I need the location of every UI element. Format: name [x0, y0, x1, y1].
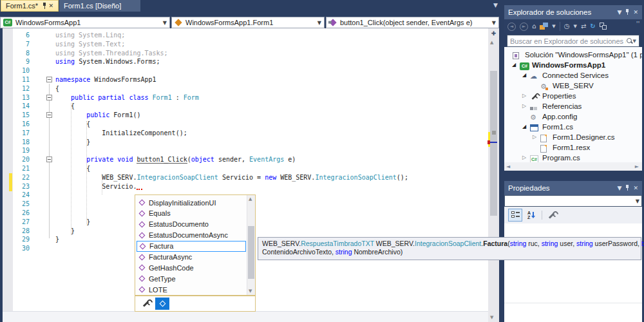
- back-icon[interactable]: ◄: [507, 23, 516, 31]
- tab-list-chevron-icon[interactable]: ▼: [493, 2, 498, 8]
- fold-collapse-icon[interactable]: [46, 77, 52, 82]
- scrollbar-thumb[interactable]: [248, 226, 254, 279]
- chevron-down-icon[interactable]: ▼: [552, 22, 555, 31]
- tree-item[interactable]: ▷Form1.Designer.cs: [504, 132, 642, 142]
- panel-splitter[interactable]: [499, 0, 504, 322]
- scroll-down-icon[interactable]: ▼: [490, 315, 493, 320]
- close-icon[interactable]: ✕: [48, 3, 53, 9]
- expander-closed-icon[interactable]: ▷: [522, 91, 526, 101]
- scroll-left-icon[interactable]: ◄: [506, 164, 510, 169]
- token: [55, 94, 71, 101]
- collapse-all-icon[interactable]: [600, 23, 607, 30]
- code-line[interactable]: Servicio.: [55, 182, 142, 191]
- scroll-down-icon[interactable]: ▼: [249, 289, 252, 294]
- sync-icon[interactable]: ⇄: [581, 22, 586, 31]
- completion-item[interactable]: EstatusDocumentoAsync: [137, 230, 246, 241]
- code-line[interactable]: }: [55, 227, 75, 236]
- expander-open-icon[interactable]: ◢: [522, 70, 526, 80]
- project-dropdown[interactable]: C# WindowsFormsApp1 ▼: [0, 17, 170, 28]
- properties-object-dropdown[interactable]: ▼: [504, 195, 642, 207]
- close-icon[interactable]: ✕: [633, 9, 638, 15]
- scrollbar-thumb[interactable]: [490, 71, 497, 216]
- tree-item[interactable]: Form1.resx: [504, 142, 642, 153]
- member-dropdown[interactable]: button1_Click(object sender, EventArgs e…: [326, 17, 499, 28]
- code-line[interactable]: public Form1(): [55, 111, 140, 120]
- scroll-right-icon[interactable]: ►: [635, 164, 639, 169]
- code-line[interactable]: }: [55, 138, 90, 147]
- code-line[interactable]: {: [55, 120, 90, 129]
- refresh-icon[interactable]: ↻: [590, 22, 595, 31]
- code-line[interactable]: {: [55, 164, 90, 173]
- pin-icon[interactable]: [42, 3, 44, 9]
- close-icon[interactable]: ✕: [633, 185, 638, 191]
- split-window-handle[interactable]: ✚: [489, 30, 498, 37]
- chevron-down-icon[interactable]: ▼: [633, 39, 636, 44]
- expander-closed-icon[interactable]: ▷: [522, 153, 526, 163]
- expander-closed-icon[interactable]: ▷: [522, 101, 526, 111]
- code-line[interactable]: using System.Linq;: [55, 31, 125, 40]
- completion-item[interactable]: EstatusDocumento: [137, 219, 246, 230]
- tab-form1-cs[interactable]: Form1.cs* ✕: [1, 0, 59, 12]
- code-line[interactable]: namespace WindowsFormsApp1: [55, 75, 156, 84]
- categorized-icon[interactable]: [508, 209, 522, 222]
- wrench-icon[interactable]: [142, 299, 150, 308]
- methods-filter-icon[interactable]: [155, 298, 169, 310]
- alphabetical-icon[interactable]: [527, 211, 536, 220]
- tree-item[interactable]: ◢C#WindowsFormsApp1: [504, 60, 642, 70]
- tab-form1-cs-diseno[interactable]: Form1.cs [Diseño]: [59, 0, 140, 12]
- fold-collapse-icon[interactable]: [46, 95, 52, 100]
- fold-collapse-icon[interactable]: [46, 112, 52, 118]
- code-line[interactable]: using System.Text;: [55, 40, 125, 49]
- expander-open-icon[interactable]: ◢: [522, 122, 526, 132]
- completion-item[interactable]: GetHashCode: [137, 262, 246, 273]
- tree-item[interactable]: Solución "WindowsFormsApp1" (1 proy: [504, 50, 642, 60]
- pin-icon[interactable]: [625, 9, 630, 15]
- tree-item[interactable]: ▷Properties: [504, 91, 642, 101]
- tree-item[interactable]: ▷Referencias: [504, 101, 642, 111]
- code-line[interactable]: {: [55, 84, 59, 93]
- completion-item[interactable]: FacturaAsync: [137, 252, 246, 263]
- expander-open-icon[interactable]: ◢: [512, 60, 516, 70]
- forward-icon[interactable]: ►: [520, 23, 528, 31]
- solution-explorer-titlebar[interactable]: Explorador de soluciones ▼ ✕: [504, 5, 642, 19]
- code-line[interactable]: using System.Windows.Forms;: [55, 57, 160, 66]
- editor-hscrollbar[interactable]: [3, 311, 488, 322]
- completion-item[interactable]: Factura: [137, 241, 246, 252]
- chevron-down-icon[interactable]: ▼: [618, 185, 622, 191]
- code-line[interactable]: }: [55, 235, 59, 244]
- code-line[interactable]: {: [55, 102, 75, 111]
- fold-collapse-icon[interactable]: [46, 156, 52, 162]
- completion-item[interactable]: Equals: [137, 208, 246, 219]
- wrench-icon[interactable]: [547, 211, 556, 220]
- code-line[interactable]: WEB_SERV.IntegracionSoapClient Servicio …: [55, 173, 408, 182]
- tree-item[interactable]: ⚙App.config: [504, 111, 642, 122]
- scope-icon[interactable]: [540, 23, 548, 30]
- chevron-down-icon[interactable]: ▼: [573, 22, 576, 31]
- tree-item[interactable]: ◢☁Connected Services: [504, 70, 642, 80]
- home-icon[interactable]: ⌂: [532, 22, 536, 31]
- type-dropdown[interactable]: WindowsFormsApp1.Form1 ▼: [171, 17, 325, 28]
- tree-item[interactable]: ⚙WEB_SERV: [504, 80, 642, 91]
- code-line[interactable]: InitializeComponent();: [55, 129, 187, 138]
- completion-item[interactable]: DisplayInitializationUI: [137, 197, 246, 208]
- token: IntegracionSoapClient: [415, 240, 481, 247]
- code-line[interactable]: using System.Threading.Tasks;: [55, 49, 168, 58]
- code-line[interactable]: private void button1_Click(object sender…: [55, 155, 296, 164]
- solution-search-input[interactable]: Buscar en Explorador de soluciones (Ct ▼: [507, 35, 639, 47]
- tree-item[interactable]: ◢Form1.cs: [504, 122, 642, 132]
- chevron-down-icon[interactable]: ▼: [618, 9, 622, 15]
- tree-item[interactable]: ▷C#Program.cs: [504, 153, 642, 163]
- completion-scrollbar[interactable]: ▲ ▼: [247, 195, 255, 295]
- pending-changes-icon[interactable]: ◷: [564, 22, 570, 31]
- scroll-up-icon[interactable]: ▲: [249, 196, 252, 202]
- completion-item[interactable]: GetType: [137, 273, 246, 284]
- properties-titlebar[interactable]: Propiedades ▼ ✕: [504, 181, 642, 195]
- completion-item[interactable]: LOTE: [137, 284, 246, 295]
- pin-icon[interactable]: [625, 185, 630, 191]
- expander-closed-icon[interactable]: ▷: [533, 132, 536, 142]
- code-line[interactable]: }: [55, 218, 90, 227]
- code-line[interactable]: public partial class Form1 : Form: [55, 93, 199, 102]
- scroll-up-icon[interactable]: ▲: [490, 40, 493, 45]
- tree-hscrollbar[interactable]: ◄ ►: [504, 162, 642, 171]
- toolbar-overflow-icon[interactable]: '': [636, 21, 640, 28]
